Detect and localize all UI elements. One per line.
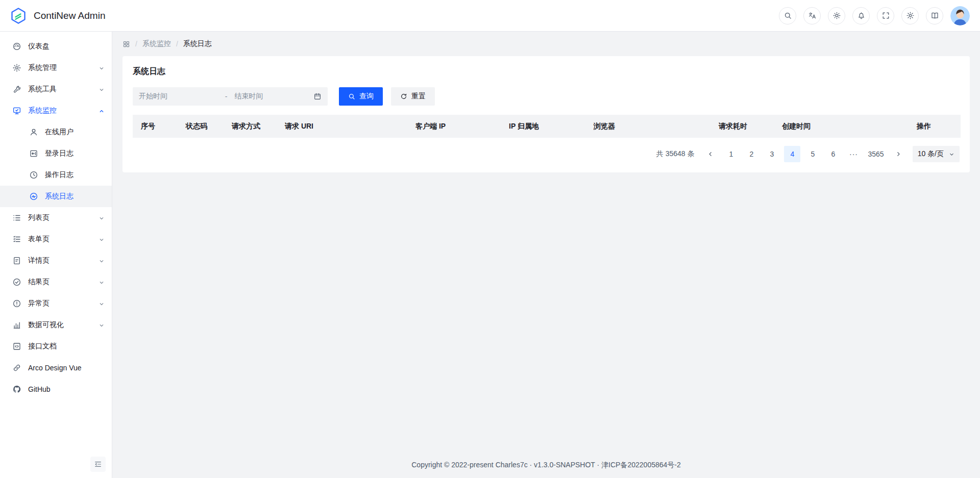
footer-copyright: Copyright © 2022-present Charles7c · v1.… [112, 447, 980, 478]
column-header: 请求 URI [277, 115, 407, 138]
sidebar-item-label: 在线用户 [45, 128, 105, 137]
fullscreen-icon[interactable] [877, 7, 894, 24]
chevdown-icon [99, 322, 105, 328]
chevdown-icon [99, 65, 105, 71]
sidebar-item-system-manage[interactable]: 系统管理 [0, 57, 112, 79]
pagination: 共 35648 条 123456···3565 10 条/页 [133, 146, 960, 162]
calendar-icon [313, 92, 322, 100]
page-size-value: 10 条/页 [918, 149, 944, 159]
chart-icon [12, 320, 21, 330]
notification-bell-icon[interactable] [852, 7, 870, 24]
column-header: 序号 [133, 115, 178, 138]
continew-logo-icon [9, 7, 28, 25]
next-page-icon[interactable] [890, 146, 906, 162]
brand[interactable]: ContiNew Admin [9, 7, 105, 25]
login-icon [29, 149, 38, 158]
sidebar-item-api-doc[interactable]: 接口文档 [0, 336, 112, 357]
sidebar-item-exception-page[interactable]: 异常页 [0, 293, 112, 314]
column-header: 请求方式 [224, 115, 277, 138]
sidebar-collapse-icon[interactable] [90, 457, 106, 472]
sidebar-item-result-page[interactable]: 结果页 [0, 271, 112, 293]
chevdown-icon [99, 300, 105, 307]
user-icon [29, 128, 38, 137]
pagination-total: 共 35648 条 [656, 149, 695, 159]
breadcrumb-item-monitor[interactable]: 系统监控 [142, 39, 171, 48]
user-avatar[interactable] [950, 6, 970, 26]
sidebar-item-label: 系统监控 [28, 106, 99, 115]
page-number-3[interactable]: 3 [764, 146, 780, 162]
column-header: 请求耗时 [710, 115, 774, 138]
main-content: / 系统监控 / 系统日志 系统日志 开始时间 - 结束时间 查询 [112, 32, 980, 478]
settings-gear-icon[interactable] [901, 7, 919, 24]
breadcrumb: / 系统监控 / 系统日志 [112, 32, 980, 55]
sidebar-item-data-visualization[interactable]: 数据可视化 [0, 314, 112, 336]
column-header: 客户端 IP [407, 115, 501, 138]
app-window: ContiNew Admin 仪表盘系统管理系统工具系统监控在线用户登录日志操作… [0, 0, 980, 478]
sidebar-item-label: Arco Design Vue [28, 364, 105, 372]
sidebar-item-label: 列表页 [28, 213, 99, 222]
sidebar-item-arco-design-vue[interactable]: Arco Design Vue [0, 357, 112, 379]
app-title: ContiNew Admin [34, 10, 105, 21]
page-number-5[interactable]: 5 [804, 146, 821, 162]
exception-icon [12, 299, 21, 308]
page-ellipsis[interactable]: ··· [845, 146, 862, 162]
column-header: 状态码 [178, 115, 224, 138]
chevup-icon [99, 108, 105, 114]
docs-book-icon[interactable] [926, 7, 943, 24]
sidebar-item-label: GitHub [28, 385, 105, 393]
list-icon [12, 213, 21, 222]
date-range-picker[interactable]: 开始时间 - 结束时间 [133, 87, 328, 106]
sidebar-item-system-tool[interactable]: 系统工具 [0, 79, 112, 100]
page-number-4[interactable]: 4 [784, 146, 800, 162]
sidebar-item-label: 结果页 [28, 278, 99, 287]
sidebar-item-label: 表单页 [28, 235, 99, 244]
page-number-1[interactable]: 1 [723, 146, 739, 162]
sidebar-item-dashboard[interactable]: 仪表盘 [0, 36, 112, 57]
chevdown-icon [99, 279, 105, 285]
sidebar-item-list-page[interactable]: 列表页 [0, 207, 112, 229]
sidebar-item-form-page[interactable]: 表单页 [0, 229, 112, 250]
prev-page-icon[interactable] [702, 146, 719, 162]
sidebar-item-label: 系统工具 [28, 85, 99, 94]
search-icon[interactable] [779, 7, 796, 24]
query-button[interactable]: 查询 [339, 87, 383, 106]
page-number-6[interactable]: 6 [825, 146, 841, 162]
translate-icon[interactable] [803, 7, 821, 24]
sidebar-item-online-user[interactable]: 在线用户 [0, 121, 112, 143]
monitor-icon [12, 106, 21, 115]
sidebar-menu: 仪表盘系统管理系统工具系统监控在线用户登录日志操作日志系统日志列表页表单页详情页… [0, 36, 112, 400]
breadcrumb-separator: / [135, 40, 137, 48]
sidebar-item-label: 系统管理 [28, 63, 99, 72]
end-time-placeholder: 结束时间 [234, 92, 313, 101]
page-title: 系统日志 [133, 66, 960, 77]
page-number-2[interactable]: 2 [743, 146, 760, 162]
breadcrumb-separator: / [176, 40, 178, 48]
form-icon [12, 235, 21, 244]
sidebar-item-label: 仪表盘 [28, 42, 105, 51]
filter-bar: 开始时间 - 结束时间 查询 重置 [133, 87, 960, 106]
sidebar-item-system-monitor[interactable]: 系统监控 [0, 100, 112, 121]
header-actions [779, 6, 970, 26]
theme-sun-icon[interactable] [828, 7, 845, 24]
column-header: 浏览器 [585, 115, 710, 138]
sidebar-item-detail-page[interactable]: 详情页 [0, 250, 112, 271]
sidebar-item-label: 数据可视化 [28, 320, 99, 330]
reset-button[interactable]: 重置 [391, 87, 435, 106]
column-header: 创建时间 [774, 115, 909, 138]
tool-icon [12, 85, 21, 94]
page-size-select[interactable]: 10 条/页 [913, 146, 960, 162]
syslog-icon [29, 192, 38, 201]
link-icon [12, 363, 21, 372]
sidebar-item-label: 系统日志 [45, 192, 105, 201]
sidebar-item-system-log[interactable]: 系统日志 [0, 186, 112, 207]
table-header-row: 序号状态码请求方式请求 URI客户端 IPIP 归属地浏览器请求耗时创建时间操作 [133, 115, 961, 138]
sidebar-item-github[interactable]: GitHub [0, 379, 112, 400]
page-number-3565[interactable]: 3565 [866, 146, 886, 162]
sidebar-item-label: 详情页 [28, 256, 99, 265]
sidebar-item-label: 操作日志 [45, 170, 105, 180]
sidebar-item-login-log[interactable]: 登录日志 [0, 143, 112, 164]
reset-button-label: 重置 [411, 92, 426, 101]
range-separator: - [218, 92, 235, 100]
apps-grid-icon[interactable] [122, 40, 130, 48]
sidebar-item-operation-log[interactable]: 操作日志 [0, 164, 112, 186]
